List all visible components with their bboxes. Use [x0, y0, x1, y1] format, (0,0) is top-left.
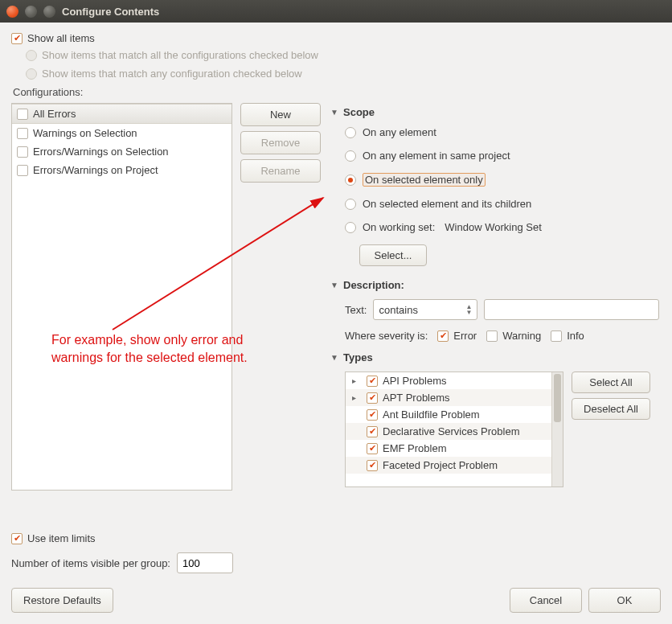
window-minimize-icon[interactable]	[25, 6, 37, 18]
types-header[interactable]: ▼ Types	[330, 351, 661, 363]
new-button[interactable]: New	[240, 103, 321, 126]
config-item-label: Warnings on Selection	[33, 127, 137, 139]
match-all-label: Show items that match all the configurat…	[42, 49, 318, 61]
select-working-set-button[interactable]: Select...	[359, 244, 427, 266]
config-item-warnings-selection[interactable]: Warnings on Selection	[12, 124, 232, 142]
match-all-radio: Show items that match all the configurat…	[26, 49, 661, 61]
scope-any-element-radio[interactable]: On any element	[330, 123, 661, 142]
collapse-icon: ▼	[330, 353, 338, 362]
scope-same-project-radio[interactable]: On any element in same project	[330, 146, 661, 165]
type-item[interactable]: EMF Problem	[346, 440, 563, 457]
severity-error-checkbox[interactable]: Error	[437, 330, 477, 342]
show-all-items-checkbox[interactable]: Show all items	[11, 32, 661, 44]
items-per-group-label: Number of items visible per group:	[11, 557, 170, 569]
use-item-limits-checkbox[interactable]: Use item limits	[11, 532, 96, 544]
collapse-icon: ▼	[330, 108, 338, 117]
description-header[interactable]: ▼ Description:	[330, 279, 661, 291]
spinner-icon: ▲▼	[466, 304, 473, 315]
radio-icon	[345, 174, 356, 186]
checkbox-icon[interactable]	[367, 376, 378, 387]
scope-working-set-radio[interactable]: On working set: Window Working Set	[330, 218, 661, 236]
ok-button[interactable]: OK	[588, 588, 661, 613]
config-item-label: All Errors	[33, 108, 76, 120]
checkbox-icon	[11, 533, 23, 544]
config-item-errors-warnings-selection[interactable]: Errors/Warnings on Selection	[12, 142, 232, 161]
type-item[interactable]: Declarative Services Problem	[346, 423, 563, 440]
checkbox-icon	[11, 33, 23, 44]
radio-icon	[345, 222, 356, 233]
titlebar: Configure Contents	[0, 0, 672, 23]
types-tree[interactable]: ▸ API Problems ▸ APT Problems An	[345, 372, 563, 487]
expand-icon[interactable]: ▸	[352, 376, 362, 385]
working-set-name: Window Working Set	[445, 221, 541, 233]
text-mode-combo[interactable]: contains ▲▼	[373, 299, 477, 320]
type-item[interactable]: ▸ APT Problems	[346, 389, 563, 406]
scope-selected-only-radio[interactable]: On selected element only	[330, 170, 661, 190]
expand-icon[interactable]: ▸	[352, 393, 362, 402]
type-item[interactable]: Ant Buildfile Problem	[346, 406, 563, 423]
rename-button[interactable]: Rename	[240, 159, 321, 183]
checkbox-icon[interactable]	[17, 146, 28, 158]
checkbox-icon	[437, 330, 449, 342]
configurations-list[interactable]: All Errors Warnings on Selection Errors/…	[11, 103, 232, 491]
remove-button[interactable]: Remove	[240, 131, 321, 154]
radio-icon	[26, 68, 37, 80]
scope-header[interactable]: ▼ Scope	[330, 106, 661, 118]
radio-icon	[345, 199, 356, 210]
config-item-label: Errors/Warnings on Project	[33, 164, 158, 176]
description-text-input[interactable]	[484, 299, 659, 320]
type-item[interactable]: Faceted Project Problem	[346, 457, 563, 474]
type-item[interactable]: ▸ API Problems	[346, 372, 563, 389]
configurations-label: Configurations:	[13, 86, 661, 98]
match-any-radio: Show items that match any configuration …	[26, 68, 661, 80]
checkbox-icon[interactable]	[367, 460, 378, 471]
types-scrollbar[interactable]	[551, 372, 563, 486]
checkbox-icon[interactable]	[17, 109, 28, 120]
severity-label: Where severity is:	[345, 330, 428, 342]
checkbox-icon[interactable]	[367, 409, 378, 421]
radio-icon	[345, 127, 356, 138]
show-all-items-label: Show all items	[27, 32, 95, 44]
collapse-icon: ▼	[330, 281, 338, 289]
severity-info-checkbox[interactable]: Info	[551, 330, 584, 342]
items-per-group-input[interactable]	[177, 552, 233, 573]
window-close-icon[interactable]	[6, 6, 18, 18]
config-item-all-errors[interactable]: All Errors	[12, 104, 232, 124]
checkbox-icon[interactable]	[17, 165, 28, 176]
checkbox-icon[interactable]	[367, 443, 378, 454]
window-maximize-icon[interactable]	[43, 6, 55, 18]
text-label: Text:	[345, 304, 367, 316]
radio-icon	[345, 150, 356, 162]
config-item-errors-warnings-project[interactable]: Errors/Warnings on Project	[12, 161, 232, 179]
match-any-label: Show items that match any configuration …	[42, 68, 302, 80]
checkbox-icon[interactable]	[367, 392, 378, 404]
config-item-label: Errors/Warnings on Selection	[33, 146, 169, 158]
restore-defaults-button[interactable]: Restore Defaults	[11, 588, 113, 613]
checkbox-icon	[486, 330, 498, 342]
select-all-button[interactable]: Select All	[572, 372, 650, 393]
window-title: Configure Contents	[62, 6, 159, 18]
checkbox-icon	[551, 330, 562, 342]
deselect-all-button[interactable]: Deselect All	[572, 398, 650, 420]
checkbox-icon[interactable]	[17, 128, 28, 139]
radio-icon	[26, 50, 37, 61]
cancel-button[interactable]: Cancel	[510, 588, 582, 613]
scope-selected-children-radio[interactable]: On selected element and its children	[330, 195, 661, 213]
annotation-text: For example, show only error and warning…	[51, 331, 252, 367]
severity-warning-checkbox[interactable]: Warning	[486, 330, 541, 342]
checkbox-icon[interactable]	[367, 426, 378, 437]
